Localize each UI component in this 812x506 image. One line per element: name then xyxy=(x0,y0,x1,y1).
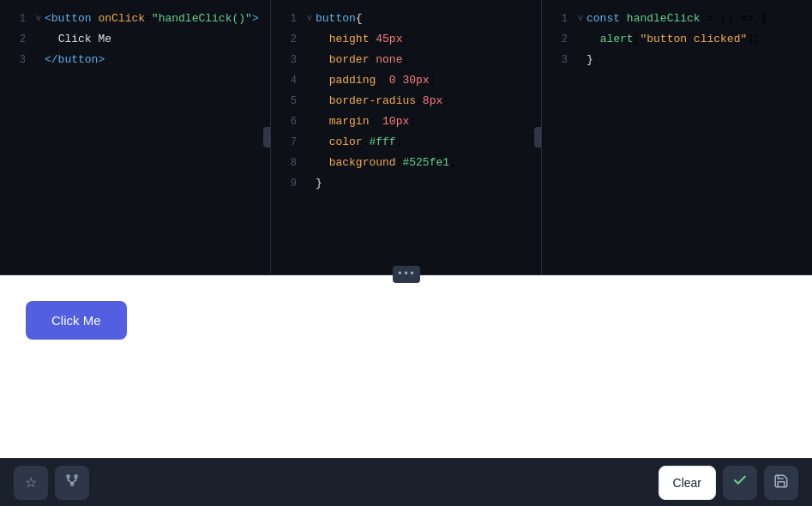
preview-button[interactable]: Click Me xyxy=(26,301,127,340)
toolbar: ☆ Clear xyxy=(0,458,812,506)
save-button[interactable] xyxy=(764,466,798,500)
svg-line-5 xyxy=(69,480,73,483)
css-line-8: 8 background:#525fe1; xyxy=(271,153,541,173)
css-line-5: 5 border-radius:8px; xyxy=(271,91,541,111)
star-button[interactable]: ☆ xyxy=(14,466,48,500)
css-line-3: 3 border:none; xyxy=(271,50,541,70)
vertical-divider-2[interactable]: ⋮ xyxy=(534,127,541,148)
html-line-3: 3 </button> xyxy=(0,50,270,70)
toolbar-right: Clear xyxy=(659,466,798,500)
js-pane: 1 v const handleClick = () => { 2 alert(… xyxy=(541,0,812,274)
save-icon xyxy=(773,473,789,492)
html-pane: 1 v <button onClick="handleClick()"> 2 C… xyxy=(0,0,270,274)
svg-line-6 xyxy=(72,480,76,483)
html-line-1: 1 v <button onClick="handleClick()"> xyxy=(0,9,270,29)
css-line-2: 2 height:45px; xyxy=(271,29,541,50)
toolbar-left: ☆ xyxy=(14,466,89,500)
css-line-1: 1 v button{ xyxy=(271,9,541,29)
js-line-3: 3 } xyxy=(542,50,812,70)
js-line-2: 2 alert("button clicked"); xyxy=(542,29,812,50)
css-line-9: 9 } xyxy=(271,173,541,194)
clear-button[interactable]: Clear xyxy=(659,466,716,500)
html-line-2: 2 Click Me xyxy=(0,29,270,50)
editor-area: 1 v <button onClick="handleClick()"> 2 C… xyxy=(0,0,812,274)
preview-area: Click Me xyxy=(0,275,812,458)
css-line-6: 6 margin: 10px; xyxy=(271,111,541,132)
vertical-divider-1[interactable]: ⋮ xyxy=(263,127,270,148)
check-button[interactable] xyxy=(723,466,757,500)
fork-button[interactable] xyxy=(55,466,89,500)
css-line-7: 7 color:#fff; xyxy=(271,132,541,153)
star-icon: ☆ xyxy=(25,474,37,491)
check-icon xyxy=(732,473,748,492)
css-line-4: 4 padding: 0 30px; xyxy=(271,70,541,91)
fold-arrow-1[interactable]: v xyxy=(36,9,41,29)
css-fold-1[interactable]: v xyxy=(307,9,312,29)
horizontal-divider: ••• xyxy=(0,274,812,275)
horizontal-divider-handle[interactable]: ••• xyxy=(393,266,420,283)
js-line-1: 1 v const handleClick = () => { xyxy=(542,9,812,29)
css-pane: 1 v button{ 2 height:45px; 3 border:none… xyxy=(270,0,541,274)
fork-icon xyxy=(64,473,80,492)
js-fold-1[interactable]: v xyxy=(578,9,583,29)
